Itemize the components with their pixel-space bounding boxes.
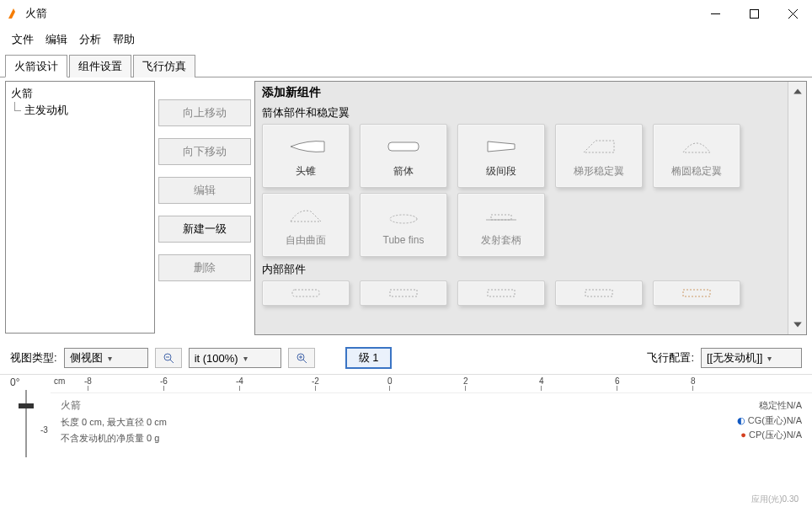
component-tree[interactable]: 火箭 主发动机: [5, 81, 155, 334]
comp-label: 箭体: [393, 164, 414, 179]
comp-label: 头锥: [296, 164, 316, 179]
section-inner-parts: 内部部件: [262, 262, 781, 277]
maximize-button[interactable]: [735, 0, 773, 27]
inner-tube-icon: [282, 285, 329, 302]
comp-label: 级间段: [486, 164, 516, 179]
flight-config-select[interactable]: [[无发动机]] ▾: [701, 348, 802, 368]
comp-body-tube[interactable]: 箭体: [360, 124, 447, 188]
tab-config[interactable]: 组件设置: [69, 55, 131, 77]
zoom-select[interactable]: it (100%) ▾: [189, 348, 281, 368]
comp-elliptical-fin[interactable]: 椭圆稳定翼: [653, 124, 740, 188]
plot-canvas[interactable]: 火箭 长度 0 cm, 最大直径 0 cm 不含发动机的净质量 0 g 稳定性N…: [51, 393, 812, 507]
chevron-down-icon: ▾: [767, 354, 772, 363]
scroll-down-icon[interactable]: [793, 319, 803, 329]
ruler-tick: 8: [691, 376, 696, 391]
menu-bar: 文件 编辑 分析 帮助: [0, 27, 812, 54]
comp-label: 梯形稳定翼: [574, 164, 624, 179]
select-value: [[无发动机]]: [707, 350, 762, 366]
svg-rect-4: [388, 142, 419, 151]
freeform-fin-icon: [282, 203, 329, 228]
elliptical-fin-icon: [673, 134, 720, 159]
centering-ring-icon: [478, 285, 525, 302]
angle-slider-track[interactable]: [25, 390, 27, 457]
delete-button[interactable]: 删除: [158, 254, 251, 281]
cp-value: CP(压心)N/A: [749, 430, 802, 440]
tab-sim[interactable]: 飞行仿真: [133, 55, 195, 77]
palette-title: 添加新组件: [262, 85, 781, 100]
trapezoid-fin-icon: [575, 134, 622, 159]
view-type-label: 视图类型:: [10, 350, 57, 366]
stage-button[interactable]: 级 1: [345, 347, 393, 369]
ruler-tick: 2: [463, 376, 468, 391]
ruler-tick: 0: [387, 376, 393, 391]
comp-freeform-fin[interactable]: 自由曲面: [262, 193, 350, 257]
body-parts-grid-2: 自由曲面 Tube fins 发射套柄: [262, 193, 781, 257]
inner-parts-grid: [262, 280, 781, 306]
menu-analyze[interactable]: 分析: [76, 30, 104, 49]
comp-label: 发射套柄: [481, 233, 521, 248]
ruler-tick: -4: [236, 376, 243, 391]
title-bar: 火箭: [0, 0, 812, 27]
svg-rect-9: [390, 290, 417, 296]
move-down-button[interactable]: 向下移动: [158, 138, 251, 165]
new-stage-button[interactable]: 新建一级: [158, 216, 251, 243]
main-tabs: 火箭设计 组件设置 飞行仿真: [0, 54, 812, 77]
menu-help[interactable]: 帮助: [110, 30, 138, 49]
section-body-parts: 箭体部件和稳定翼: [262, 105, 781, 120]
comp-trapezoid-fin[interactable]: 梯形稳定翼: [555, 124, 643, 188]
move-up-button[interactable]: 向上移动: [158, 99, 251, 126]
plot-mass: 不含发动机的净质量 0 g: [61, 432, 802, 445]
svg-rect-8: [292, 290, 319, 296]
comp-nose-cone[interactable]: 头锥: [262, 124, 350, 188]
edit-button[interactable]: 编辑: [158, 177, 251, 204]
comp-transition[interactable]: 级间段: [457, 124, 545, 188]
tab-design[interactable]: 火箭设计: [5, 55, 67, 77]
zoom-out-button[interactable]: [155, 348, 182, 368]
comp-inner-4[interactable]: [555, 280, 643, 306]
ruler-tick: 4: [539, 376, 544, 391]
horizontal-ruler: cm -8 -6 -4 -2 0 2 4 6 8: [51, 375, 812, 393]
vertical-ruler: 0° -3: [0, 375, 51, 507]
menu-file[interactable]: 文件: [8, 30, 37, 49]
stage-label: 级 1: [359, 350, 379, 366]
cg-value: CG(重心)N/A: [748, 415, 802, 425]
svg-line-17: [303, 360, 307, 363]
angle-slider-knob[interactable]: [19, 403, 34, 408]
menu-edit[interactable]: 编辑: [42, 30, 71, 49]
tree-item-engine[interactable]: 主发动机: [11, 102, 149, 119]
svg-rect-1: [750, 9, 758, 18]
comp-inner-5[interactable]: [653, 280, 740, 306]
scroll-up-icon[interactable]: [793, 87, 803, 97]
comp-tube-fins[interactable]: Tube fins: [360, 193, 447, 257]
comp-inner-1[interactable]: [262, 280, 350, 306]
svg-rect-11: [585, 290, 612, 296]
bulkhead-icon: [575, 285, 622, 302]
transition-icon: [478, 134, 525, 159]
coupler-icon: [380, 285, 427, 302]
footer-version: 应用(光)0.30: [751, 494, 799, 505]
svg-rect-12: [683, 290, 710, 296]
svg-point-5: [390, 215, 417, 223]
ruler-unit: cm: [54, 376, 65, 386]
comp-label: 自由曲面: [286, 233, 326, 248]
tree-root[interactable]: 火箭: [11, 85, 149, 102]
cg-dot-icon: ◐: [737, 415, 745, 425]
comp-launch-lug[interactable]: 发射套柄: [457, 193, 545, 257]
plot-rocket-name: 火箭: [61, 398, 802, 413]
select-value: it (100%): [195, 352, 238, 365]
comp-label: Tube fins: [383, 234, 425, 246]
comp-inner-3[interactable]: [457, 280, 545, 306]
nose-cone-icon: [282, 134, 329, 159]
comp-inner-2[interactable]: [360, 280, 447, 306]
close-button[interactable]: [773, 0, 812, 27]
comp-label: 椭圆稳定翼: [671, 164, 722, 179]
view-type-select[interactable]: 侧视图 ▾: [64, 348, 148, 368]
cp-dot-icon: ●: [740, 430, 746, 440]
view-toolbar: 视图类型: 侧视图 ▾ it (100%) ▾ 级 1 飞行配置: [[无发动机…: [0, 339, 812, 374]
plot-dimensions: 长度 0 cm, 最大直径 0 cm: [61, 416, 802, 429]
zoom-in-button[interactable]: [288, 348, 315, 368]
palette-scrollbar[interactable]: [788, 82, 806, 334]
minimize-button[interactable]: [696, 0, 735, 27]
stability-value: 稳定性N/A: [737, 398, 802, 414]
chevron-down-icon: ▾: [243, 354, 248, 363]
